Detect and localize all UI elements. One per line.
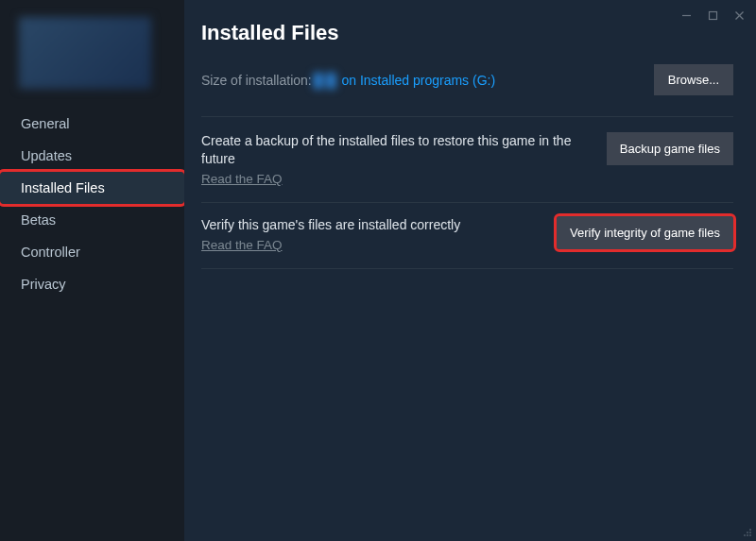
backup-section: Create a backup of the installed files t… (201, 132, 733, 203)
browse-button[interactable]: Browse... (654, 64, 733, 95)
svg-rect-1 (709, 11, 716, 19)
sidebar-item-updates[interactable]: Updates (0, 140, 184, 172)
verify-description: Verify this game's files are installed c… (201, 216, 543, 234)
backup-text: Create a backup of the installed files t… (201, 132, 607, 187)
install-drive-label: on Installed programs (G:) (341, 73, 495, 88)
sidebar-item-general[interactable]: General (0, 108, 184, 140)
sidebar-item-privacy[interactable]: Privacy (0, 268, 184, 300)
install-size-value: █ █ (314, 73, 336, 88)
game-thumbnail (19, 17, 151, 89)
close-button[interactable] (726, 4, 752, 26)
main-panel: Installed Files Size of installation: █ … (184, 0, 756, 541)
maximize-button[interactable] (699, 4, 726, 26)
verify-section: Verify this game's files are installed c… (201, 216, 733, 269)
svg-point-5 (747, 532, 748, 533)
page-title: Installed Files (201, 21, 733, 45)
sidebar-item-installed-files[interactable]: Installed Files (0, 172, 184, 204)
verify-text: Verify this game's files are installed c… (201, 216, 557, 253)
sidebar-item-betas[interactable]: Betas (0, 204, 184, 236)
svg-point-4 (749, 529, 751, 531)
sidebar-nav: General Updates Installed Files Betas Co… (0, 108, 184, 300)
backup-game-files-button[interactable]: Backup game files (607, 132, 733, 165)
sidebar-item-controller[interactable]: Controller (0, 236, 184, 268)
sidebar: General Updates Installed Files Betas Co… (0, 0, 184, 541)
minimize-button[interactable] (673, 4, 699, 26)
backup-description: Create a backup of the installed files t… (201, 132, 593, 168)
divider (201, 116, 733, 117)
resize-grip-icon[interactable] (741, 526, 753, 538)
backup-faq-link[interactable]: Read the FAQ (201, 172, 283, 186)
verify-faq-link[interactable]: Read the FAQ (201, 238, 283, 252)
window-controls (673, 0, 756, 26)
verify-integrity-button[interactable]: Verify integrity of game files (557, 216, 733, 249)
install-size-label: Size of installation: (201, 73, 312, 88)
svg-point-8 (747, 534, 748, 536)
svg-point-7 (744, 534, 746, 536)
svg-point-6 (749, 532, 751, 533)
install-size-row: Size of installation: █ █ on Installed p… (201, 64, 733, 95)
svg-point-9 (749, 534, 751, 536)
